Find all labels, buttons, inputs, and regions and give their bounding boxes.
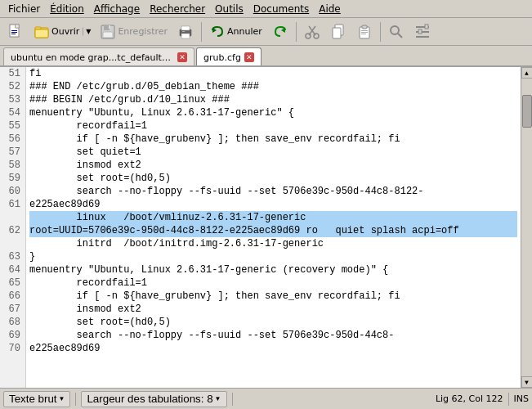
separator-1 — [201, 22, 202, 42]
svg-rect-12 — [103, 32, 113, 38]
open-button-group[interactable]: Ouvrir ▼ — [29, 20, 94, 43]
svg-rect-8 — [35, 29, 48, 38]
line-number: 69 — [3, 329, 20, 342]
scroll-down[interactable]: ▼ — [521, 376, 533, 388]
svg-rect-10 — [104, 25, 110, 30]
open-arrow-button[interactable]: ▼ — [83, 27, 94, 36]
line-number: 58 — [3, 159, 20, 172]
paste-button[interactable] — [352, 20, 377, 43]
tab-0[interactable]: ubuntu en mode grap...tc_default_grub.ht… — [3, 47, 194, 65]
tab-0-label: ubuntu en mode grap...tc_default_grub.ht… — [11, 52, 174, 63]
code-line: insmod ext2 — [29, 303, 517, 316]
print-button[interactable] — [173, 20, 198, 43]
code-line: if [ -n ${have_grubenv} ]; then save_env… — [29, 133, 517, 146]
menu-aide[interactable]: Aide — [314, 2, 346, 16]
code-line: initrd /boot/initrd.img-2.6.31-17-generi… — [29, 237, 517, 250]
find-button[interactable] — [384, 20, 409, 43]
open-label: Ouvrir — [51, 26, 79, 37]
save-label: Enregistrer — [118, 26, 168, 37]
redo-icon — [272, 24, 288, 40]
tab-width-button[interactable]: Largeur des tabulations: 8 ▼ — [81, 391, 226, 407]
svg-line-31 — [398, 34, 402, 38]
line-number: 67 — [3, 303, 20, 316]
scroll-thumb[interactable] — [522, 95, 532, 128]
line-number-continuation — [3, 211, 20, 224]
cut-button[interactable] — [300, 20, 324, 43]
status-sep-2 — [232, 393, 233, 406]
code-line: insmod ext2 — [29, 159, 517, 172]
new-icon — [7, 24, 24, 40]
undo-button[interactable]: Annuler — [205, 20, 266, 43]
svg-rect-5 — [11, 34, 16, 34]
undo-icon — [209, 24, 226, 40]
line-number: 53 — [3, 93, 20, 106]
text-mode-arrow: ▼ — [59, 395, 65, 402]
code-line: ### END /etc/grub.d/05_debian_theme ### — [29, 80, 517, 93]
insert-label: INS — [514, 393, 529, 404]
line-number-continuation — [3, 355, 20, 368]
svg-rect-29 — [361, 34, 366, 34]
line-number: 52 — [3, 80, 20, 93]
code-line: menuentry "Ubuntu, Linux 2.6.31-17-gener… — [29, 263, 517, 276]
svg-rect-15 — [181, 26, 190, 30]
save-button[interactable]: Enregistrer — [96, 20, 172, 43]
separator-3 — [380, 22, 381, 42]
line-number: 62 — [3, 224, 20, 237]
redo-button[interactable] — [268, 20, 293, 43]
copy-icon — [330, 24, 346, 40]
svg-rect-14 — [181, 34, 190, 38]
svg-rect-35 — [425, 25, 428, 29]
text-mode-button[interactable]: Texte brut ▼ — [3, 391, 70, 407]
code-line: } — [29, 250, 517, 263]
scroll-up[interactable]: ▲ — [521, 67, 533, 79]
svg-point-30 — [391, 26, 399, 34]
status-sep-3 — [508, 393, 509, 406]
line-number: 60 — [3, 185, 20, 198]
code-line: set root=(hd0,5) — [29, 316, 517, 329]
code-line: recordfail=1 — [29, 119, 517, 133]
tab-1-close[interactable]: ✕ — [244, 52, 254, 62]
paste-icon — [356, 24, 373, 40]
line-number: 64 — [3, 263, 20, 276]
code-line: linux /boot/vmlinuz-2.6.31-17-generic ro… — [29, 211, 517, 237]
menu-fichier[interactable]: Fichier — [3, 2, 45, 16]
text-mode-label: Texte brut — [9, 393, 57, 405]
menu-outils[interactable]: Outils — [210, 2, 248, 16]
open-button[interactable]: Ouvrir — [29, 20, 83, 43]
line-number: 59 — [3, 172, 20, 185]
svg-marker-17 — [212, 28, 217, 33]
menu-rechercher[interactable]: Rechercher — [145, 2, 210, 16]
svg-rect-27 — [361, 30, 368, 31]
tab-0-close[interactable]: ✕ — [177, 52, 187, 62]
svg-rect-4 — [11, 32, 17, 33]
svg-point-22 — [314, 34, 319, 38]
line-number: 65 — [3, 276, 20, 290]
line-number: 68 — [3, 316, 20, 329]
extra-icon — [414, 24, 431, 40]
code-line: ### BEGIN /etc/grub.d/10_linux ### — [29, 93, 517, 106]
extra-button[interactable] — [410, 20, 435, 43]
line-number: 54 — [3, 106, 20, 119]
copy-button[interactable] — [326, 20, 351, 43]
code-area[interactable]: fi### END /etc/grub.d/05_debian_theme ##… — [26, 67, 521, 388]
print-icon — [177, 24, 194, 40]
svg-rect-3 — [11, 30, 17, 31]
code-line: search --no-floppy --fs-uuid --set 5706e… — [29, 329, 517, 355]
svg-rect-26 — [362, 25, 367, 29]
line-number: 66 — [3, 290, 20, 303]
svg-rect-33 — [416, 31, 429, 33]
undo-label: Annuler — [227, 26, 262, 37]
svg-point-21 — [306, 34, 311, 38]
new-button[interactable] — [3, 20, 28, 43]
menu-documents[interactable]: Documents — [248, 2, 314, 16]
tab-1[interactable]: grub.cfg ✕ — [196, 47, 262, 65]
tab-width-arrow: ▼ — [215, 395, 221, 402]
statusbar: Texte brut ▼ Largeur des tabulations: 8 … — [0, 388, 532, 409]
menu-edition[interactable]: Édition — [45, 2, 89, 16]
line-number-continuation — [3, 237, 20, 250]
cut-icon — [304, 24, 320, 40]
svg-rect-11 — [109, 25, 110, 29]
menu-affichage[interactable]: Affichage — [89, 2, 145, 16]
scrollbar-vertical[interactable]: ▲ ▼ — [521, 67, 532, 388]
line-number: 63 — [3, 250, 20, 263]
